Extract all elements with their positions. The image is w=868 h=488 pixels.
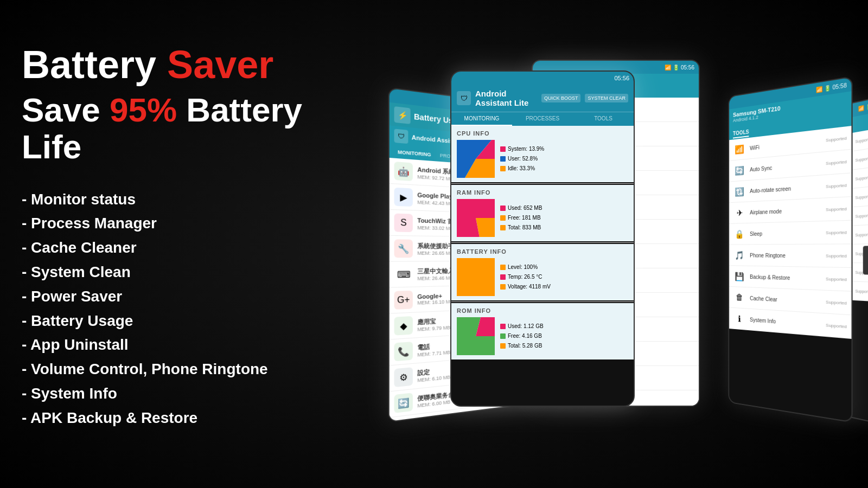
- tool-status: Supported: [855, 232, 868, 237]
- tab-tools[interactable]: TOOLS: [573, 112, 634, 126]
- app-icon: 🛡: [457, 91, 471, 105]
- ram-total-legend: Total: 833 MB: [500, 223, 542, 233]
- ram-info-row: Used: 652 MB Free: 181 MB Total: 833 MB: [457, 199, 628, 237]
- tool-status: Supported: [855, 137, 868, 144]
- subtitle-part1: Save: [22, 91, 110, 129]
- ram-used-value: Used: 652 MB: [508, 203, 542, 213]
- battery-temp-dot: [500, 274, 506, 280]
- app-name: Android Assistant Lite: [475, 89, 537, 107]
- rom-info-row: Used: 1.12 GB Free: 4.16 GB Total: 5.28 …: [457, 317, 628, 355]
- tool-name: Sleep: [750, 229, 826, 236]
- ram-free-legend: Free: 181 MB: [500, 213, 542, 223]
- battery-voltage-value: Voltage: 4118 mV: [508, 282, 551, 292]
- cpu-section: CPU INFO System: 13.9% User: 52.8%: [451, 126, 634, 182]
- battery-info-row: Level: 100% Temp: 26.5 °C Voltage: 4118 …: [457, 258, 628, 296]
- ram-used-legend: Used: 652 MB: [500, 203, 542, 213]
- feature-item: - App Uninstall: [22, 333, 326, 357]
- cpu-system-value: System: 13.9%: [508, 144, 544, 154]
- status-bar-main: 05:56: [451, 72, 634, 85]
- process-icon: ⚙: [394, 367, 413, 387]
- tool-status: Supported: [826, 159, 847, 166]
- rom-used-dot: [500, 324, 506, 329]
- tool-icon: 📶: [733, 141, 746, 157]
- process-icon: 🤖: [394, 162, 413, 181]
- tab-bar-main: MONITORING PROCESSES TOOLS: [451, 112, 634, 126]
- process-icon: 📞: [394, 342, 413, 361]
- feature-item: - System Clean: [22, 260, 326, 285]
- quick-boost-btn[interactable]: QUICK BOOST: [541, 94, 581, 102]
- battery-voltage-legend: Voltage: 4118 mV: [500, 282, 551, 292]
- battery-title: BATTERY INFO: [457, 248, 628, 255]
- tool-status: Supported: [855, 175, 868, 181]
- phone-main: 05:56 🛡 Android Assistant Lite QUICK BOO…: [450, 70, 635, 407]
- tool-status: Supported: [826, 299, 847, 305]
- process-icon: S: [394, 214, 413, 233]
- divider-1: [451, 183, 634, 184]
- tool-icon: 🔒: [733, 227, 746, 241]
- battery-section: BATTERY INFO Level: 100% Temp: 26.5 °C: [451, 244, 634, 300]
- process-icon: ⌨: [394, 265, 413, 284]
- user-dot: [500, 156, 506, 162]
- tool-status: Supported: [826, 183, 847, 189]
- ram-total-value: Total: 833 MB: [508, 223, 541, 233]
- title-part1: Battery: [22, 43, 167, 86]
- tool-name: Phone Ringtone: [750, 252, 826, 259]
- cpu-title: CPU INFO: [457, 130, 628, 137]
- list-item[interactable]: 🔒 Sleep Supported: [729, 221, 851, 245]
- list-item[interactable]: 🎵 Phone Ringtone Supported: [729, 244, 851, 268]
- feature-item: - Volume Control, Phone Ringtone: [22, 357, 326, 382]
- phone-right: 📶 🔋 05:58 Samsung SM-T210 Android 4.1.2 …: [729, 76, 853, 423]
- list-item[interactable]: 👤 聯絡人 MEM: 4.51 MB CPU: [390, 422, 540, 422]
- tool-status: Supported: [826, 253, 847, 259]
- cpu-user-legend: User: 52.8%: [500, 154, 544, 164]
- battery-icon: ⚡: [394, 106, 411, 124]
- idle-dot: [500, 166, 506, 171]
- battery-temp-legend: Temp: 26.5 °C: [500, 272, 551, 282]
- rom-free-value: Free: 4.16 GB: [508, 331, 542, 341]
- arrow-btn[interactable]: ›: [863, 246, 868, 275]
- process-cpu: CPU: [527, 408, 537, 415]
- feature-item: - APK Backup & Restore: [22, 406, 326, 431]
- time-display: 05:56: [614, 75, 629, 81]
- tool-icon: ✈: [733, 205, 746, 220]
- battery-level-legend: Level: 100%: [500, 262, 551, 272]
- tool-status: Supported: [826, 206, 847, 212]
- feature-item: - Cache Cleaner: [22, 236, 326, 260]
- feature-item: - Process Manager: [22, 211, 326, 236]
- system-clear-btn[interactable]: SYSTEM CLEAR: [585, 94, 628, 102]
- tab-processes[interactable]: PROCESSES: [512, 112, 573, 126]
- divider-2: [451, 242, 634, 243]
- ram-legend: Used: 652 MB Free: 181 MB Total: 833 MB: [500, 203, 542, 233]
- tool-name: Airplane mode: [750, 207, 826, 215]
- tool-name: Backup & Restore: [750, 274, 826, 282]
- tools-list: 📶 WiFi Supported 🔄 Auto Sync Supported 🔃…: [729, 126, 851, 339]
- tool-name: Auto Sync: [750, 160, 826, 172]
- rom-free-dot: [500, 333, 506, 339]
- cpu-system-legend: System: 13.9%: [500, 144, 544, 154]
- cpu-idle-legend: Idle: 33.3%: [500, 164, 544, 174]
- tool-icon: 💾: [733, 269, 746, 284]
- process-icon: 🔧: [394, 239, 413, 258]
- ram-title: RAM INFO: [457, 189, 628, 196]
- rom-used-legend: Used: 1.12 GB: [500, 322, 544, 331]
- rom-pie-chart: [457, 317, 495, 355]
- rom-title: ROM INFO: [457, 307, 628, 314]
- subtitle-part2: 95%: [110, 91, 177, 129]
- rom-legend: Used: 1.12 GB Free: 4.16 GB Total: 5.28 …: [500, 322, 544, 351]
- battery-legend: Level: 100% Temp: 26.5 °C Voltage: 4118 …: [500, 262, 551, 292]
- sub-tab-monitoring[interactable]: MONITORING: [394, 147, 435, 159]
- tool-icon: 🔄: [733, 163, 746, 178]
- rom-used-value: Used: 1.12 GB: [508, 322, 544, 331]
- tool-name: System Info: [750, 317, 826, 328]
- rom-total-value: Total: 5.28 GB: [508, 341, 542, 351]
- tool-status: Supported: [855, 213, 868, 218]
- ram-pie-chart: [457, 199, 495, 237]
- process-mem: MEM: 4.68 MB: [417, 413, 527, 422]
- process-icon: ▶: [394, 188, 413, 207]
- battery-level-value: Level: 100%: [508, 262, 538, 272]
- battery-temp-value: Temp: 26.5 °C: [508, 272, 542, 282]
- feature-item: - Power Saver: [22, 285, 326, 309]
- tool-status: Supported: [855, 194, 868, 200]
- tab-monitoring[interactable]: MONITORING: [451, 112, 512, 126]
- tool-status: Supported: [826, 136, 847, 143]
